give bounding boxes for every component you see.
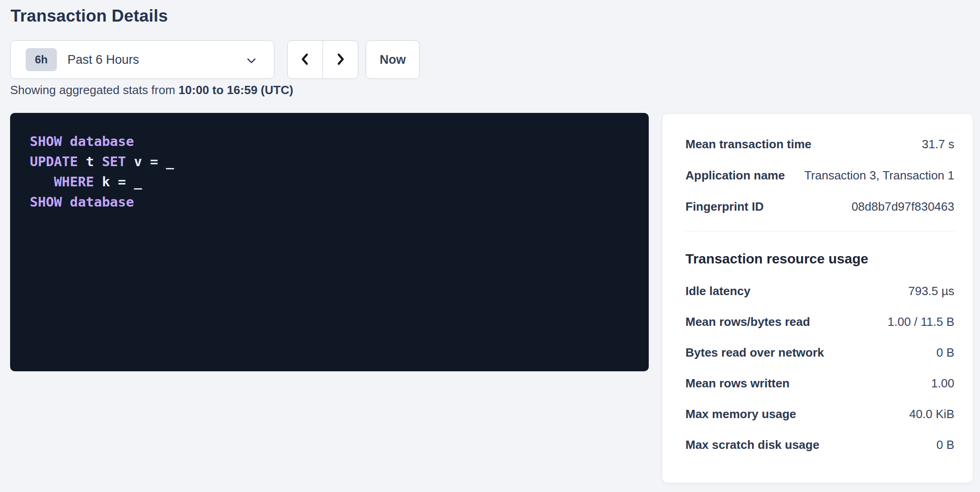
time-range-dropdown[interactable]: 6h Past 6 Hours <box>10 40 274 79</box>
stat-row-max-scratch-disk-usage: Max scratch disk usage 0 B <box>685 438 954 453</box>
stat-label: Mean transaction time <box>685 137 812 151</box>
stat-row-bytes-read-over-network: Bytes read over network 0 B <box>685 346 954 360</box>
stat-value: Transaction 3, Transaction 1 <box>804 168 954 183</box>
chevron-left-icon <box>298 51 312 68</box>
stat-row-mean-rows-bytes-read: Mean rows/bytes read 1.00 / 11.5 B <box>685 315 954 330</box>
time-nav-group <box>287 40 358 79</box>
stat-label: Fingerprint ID <box>685 200 763 214</box>
panel-divider <box>685 231 954 231</box>
sql-statement-box: SHOW databaseUPDATE t SET v = _ WHERE k … <box>10 113 649 371</box>
stat-value: 1.00 <box>931 376 954 391</box>
stat-row-mean-transaction-time: Mean transaction time 31.7 s <box>685 137 954 152</box>
page-title: Transaction Details <box>11 6 168 26</box>
sql-code: SHOW databaseUPDATE t SET v = _ WHERE k … <box>30 131 630 212</box>
stat-row-fingerprint-id: Fingerprint ID 08d8b7d97f830463 <box>685 200 954 214</box>
aggregated-stats-caption: Showing aggregated stats from 10:00 to 1… <box>10 83 293 97</box>
time-range-label: Past 6 Hours <box>67 53 139 67</box>
stat-label: Application name <box>685 168 785 183</box>
stat-label: Mean rows written <box>685 376 790 391</box>
stat-label: Mean rows/bytes read <box>685 315 810 329</box>
stat-value: 1.00 / 11.5 B <box>887 315 954 329</box>
stat-label: Max memory usage <box>685 407 796 421</box>
stat-row-max-memory-usage: Max memory usage 40.0 KiB <box>685 407 954 422</box>
resource-usage-section-title: Transaction resource usage <box>685 251 954 269</box>
stat-row-idle-latency: Idle latency 793.5 µs <box>685 284 954 299</box>
stat-label: Max scratch disk usage <box>685 438 819 452</box>
stat-value: 0 B <box>936 346 954 360</box>
stat-row-mean-rows-written: Mean rows written 1.00 <box>685 376 954 391</box>
now-button[interactable]: Now <box>366 40 420 79</box>
caption-prefix: Showing aggregated stats from <box>10 83 178 97</box>
resource-usage-rows: Idle latency 793.5 µs Mean rows/bytes re… <box>685 284 954 453</box>
prev-range-button[interactable] <box>287 40 323 79</box>
next-range-button[interactable] <box>323 40 358 79</box>
stat-value: 31.7 s <box>922 137 954 151</box>
transaction-summary-panel: Mean transaction time 31.7 s Application… <box>662 113 973 483</box>
time-range-badge: 6h <box>26 48 57 71</box>
stat-label: Bytes read over network <box>685 346 824 360</box>
chevron-down-icon <box>245 55 257 68</box>
chevron-right-icon <box>334 51 347 68</box>
stat-label: Idle latency <box>685 284 751 298</box>
stat-value: 40.0 KiB <box>909 407 954 421</box>
caption-time-range: 10:00 to 16:59 (UTC) <box>178 83 293 97</box>
stat-value: 793.5 µs <box>908 284 954 298</box>
transaction-details-page: Transaction Details 6h Past 6 Hours Now … <box>0 0 980 492</box>
stat-row-application-name: Application name Transaction 3, Transact… <box>685 168 954 183</box>
stat-value: 08d8b7d97f830463 <box>852 200 954 214</box>
stat-value: 0 B <box>936 438 954 452</box>
